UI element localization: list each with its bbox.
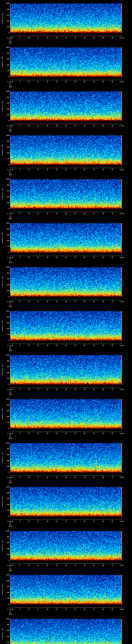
- start-time-label: 6:27:00: [7, 169, 13, 171]
- y-tick: [122, 355, 123, 355]
- x-tick-label: 25: [56, 433, 58, 434]
- y-minor-tick: [10, 356, 10, 357]
- y-tick: [9, 361, 10, 361]
- x-tick-label: 30: [65, 345, 67, 346]
- x-tick: [20, 256, 20, 257]
- y-minor-tick: [10, 24, 10, 24]
- y-minor-tick: [10, 497, 10, 498]
- start-time-label: 6:29:00: [7, 257, 13, 258]
- y-minor-tick: [122, 182, 122, 182]
- frequency-axis-label: Frequency (Hz): [2, 12, 3, 24]
- y-tick: [122, 97, 123, 98]
- x-tick: [66, 608, 66, 608]
- y-tick: [122, 449, 123, 449]
- end-time-label: 28:00: [120, 169, 124, 171]
- y-minor-tick: [10, 20, 10, 20]
- y-tick: [9, 334, 10, 335]
- y-tick-label: 400: [3, 152, 9, 154]
- x-tick-label: 10: [28, 125, 30, 127]
- y-minor-tick: [10, 503, 10, 503]
- y-tick: [9, 135, 10, 136]
- y-tick-label: 600: [3, 410, 9, 412]
- x-tick: [75, 212, 76, 213]
- x-tick: [20, 432, 20, 433]
- x-tick-label: 35: [74, 433, 76, 434]
- x-tick-label: 35: [74, 477, 76, 478]
- spectrogram-panel: Frequency (Hz)02004006008001000510152025…: [0, 88, 132, 132]
- y-tick-label: 800: [3, 96, 9, 98]
- y-minor-tick: [122, 327, 122, 328]
- x-tick-label: 45: [93, 37, 94, 39]
- x-tick: [94, 344, 94, 345]
- date-label: 2016: [9, 614, 12, 615]
- y-minor-tick: [10, 14, 10, 14]
- x-tick-label: 15: [37, 213, 39, 214]
- y-minor-tick: [10, 332, 10, 332]
- x-tick-label: 5: [19, 565, 20, 566]
- date-label: 17: [10, 259, 11, 260]
- x-tick-label: 5: [19, 477, 20, 478]
- x-tick-label: 10: [28, 609, 30, 610]
- x-tick-label: 25: [56, 213, 58, 214]
- y-minor-tick: [122, 591, 122, 591]
- y-tick: [9, 121, 10, 121]
- spectrogram-panel: Frequency (Hz)02004006008001000510152025…: [0, 396, 132, 440]
- x-tick-label: 25: [56, 609, 58, 610]
- y-minor-tick: [10, 96, 10, 96]
- x-tick-label: 10: [28, 37, 30, 39]
- y-minor-tick: [10, 327, 10, 328]
- y-tick: [9, 191, 10, 191]
- x-tick: [75, 124, 76, 125]
- y-minor-tick: [122, 11, 122, 11]
- y-tick: [122, 53, 123, 54]
- x-tick: [10, 476, 10, 476]
- y-minor-tick: [122, 596, 122, 596]
- spectrogram-panel: Frequency (Hz)02004006008001000510152025…: [0, 308, 132, 352]
- x-tick: [84, 212, 85, 213]
- x-tick: [84, 300, 85, 301]
- date-label: 17: [10, 215, 11, 216]
- y-minor-tick: [10, 326, 10, 326]
- y-tick-label: 400: [3, 196, 9, 198]
- x-tick-label: 15: [37, 609, 39, 610]
- x-tick: [10, 432, 10, 433]
- x-tick-label: 50: [102, 301, 104, 302]
- y-tick: [122, 241, 123, 241]
- y-tick: [122, 153, 123, 153]
- x-tick-label: 55: [112, 37, 113, 39]
- x-tick-label: 40: [84, 565, 85, 566]
- x-tick-label: 25: [56, 81, 58, 83]
- y-minor-tick: [10, 370, 10, 370]
- x-tick-label: 30: [65, 565, 67, 566]
- x-tick: [10, 168, 10, 169]
- y-tick: [122, 466, 123, 467]
- x-tick-label: 30: [65, 433, 67, 434]
- y-tick-label: 1000: [3, 47, 9, 48]
- y-minor-tick: [10, 99, 10, 99]
- y-tick-label: 1000: [3, 574, 9, 576]
- y-minor-tick: [122, 620, 122, 620]
- start-time-label: 6:34:00: [7, 477, 13, 478]
- y-tick-label: 200: [3, 422, 9, 423]
- y-minor-tick: [10, 93, 10, 93]
- date-label: 17: [10, 390, 11, 392]
- y-tick: [122, 411, 123, 411]
- y-minor-tick: [122, 280, 122, 281]
- y-tick-label: 400: [3, 64, 9, 66]
- frequency-axis-label: Frequency (Hz): [2, 364, 3, 376]
- x-tick: [103, 608, 103, 608]
- y-minor-tick: [10, 228, 10, 228]
- x-tick-label: 55: [112, 81, 113, 83]
- y-minor-tick: [122, 150, 122, 150]
- y-minor-tick: [122, 49, 122, 49]
- x-tick-label: 55: [112, 433, 113, 434]
- x-tick: [103, 476, 103, 476]
- x-tick-label: 55: [112, 477, 113, 478]
- y-tick-label: 1000: [3, 3, 9, 4]
- start-time-label: 6:36:00: [7, 565, 13, 566]
- y-minor-tick: [122, 160, 122, 160]
- y-minor-tick: [10, 74, 10, 74]
- x-tick: [20, 608, 20, 608]
- x-tick: [20, 36, 20, 37]
- end-time-label: 26:00: [120, 81, 124, 83]
